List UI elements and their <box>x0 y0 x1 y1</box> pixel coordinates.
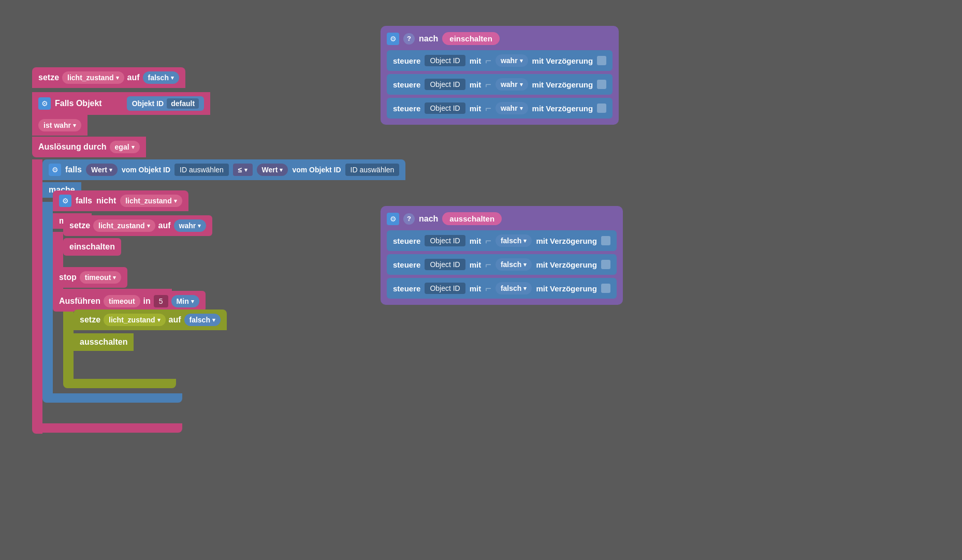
default-value: default <box>167 98 199 109</box>
timeout-dropdown-stop[interactable]: timeout ▾ <box>80 271 122 284</box>
panel-ein-row-3: steuere Object ID mit ⌐ wahr ▾ mit Verzö… <box>387 98 613 119</box>
gear-icon-panel-ein: ⚙ <box>387 33 399 45</box>
checkbox-aus-3[interactable] <box>601 284 610 293</box>
licht-zustand-inner2-dropdown[interactable]: licht_zustand ▾ <box>93 219 155 232</box>
object-id-pill-1: Object ID <box>425 55 465 66</box>
panel-aus-row-3: steuere Object ID mit ⌐ falsch ▾ mit Ver… <box>387 278 617 299</box>
ist-wahr-block: ist wahr ▾ <box>32 115 88 136</box>
auslosung-block: Auslösung durch egal ▾ <box>32 137 146 157</box>
vom-objekt-id-label-1: vom Objekt ID <box>122 166 170 174</box>
question-icon-ein: ? <box>403 33 415 45</box>
wahr-dropdown-1[interactable]: wahr ▾ <box>495 54 528 67</box>
checkbox-aus-2[interactable] <box>601 260 610 269</box>
nicht-label: nicht <box>96 196 116 205</box>
falsch-dropdown[interactable]: falsch ▾ <box>143 71 179 84</box>
gear-icon-falls-objekt: ⚙ <box>38 97 51 110</box>
auf-inner-label: auf <box>158 221 171 230</box>
panel-aus-row-2: steuere Object ID mit ⌐ falsch ▾ mit Ver… <box>387 254 617 275</box>
question-icon-aus: ? <box>403 213 415 225</box>
falsch-dropdown-aus-1[interactable]: falsch ▾ <box>495 234 532 247</box>
checkbox-aus-1[interactable] <box>601 236 610 245</box>
inner-falls-label: falls <box>76 196 92 205</box>
steuere-label-1: steuere <box>393 56 420 65</box>
ausfuhren-block: Ausführen timeout in 5 Min ▾ <box>53 291 206 312</box>
ausschalten-block: ausschalten <box>74 333 134 351</box>
panel-einschalten: ⚙ ? nach einschalten steuere Object ID m… <box>381 26 619 125</box>
egal-dropdown[interactable]: egal ▾ <box>110 141 140 153</box>
stop-timeout-block: stop timeout ▾ <box>53 267 127 288</box>
panel-ausschalten-header: ⚙ ? nach ausschalten <box>387 212 617 225</box>
vom-objekt-id-label-2: vom Objekt ID <box>292 166 341 174</box>
ausschalten-value-pill: ausschalten <box>442 212 502 225</box>
einschalten-block: einschalten <box>63 238 121 256</box>
falsch-olive-dropdown[interactable]: falsch ▾ <box>184 314 221 326</box>
auf-label: auf <box>127 73 140 82</box>
setze-inner-block: setze licht_zustand ▾ auf wahr ▾ <box>63 215 212 236</box>
ausfuhren-label: Ausführen <box>59 297 100 306</box>
stop-label: stop <box>59 273 77 282</box>
in-label: in <box>143 297 151 306</box>
checkbox-3[interactable] <box>597 104 606 113</box>
number-5: 5 <box>154 295 168 307</box>
wahr-dropdown-2[interactable]: wahr ▾ <box>495 78 528 91</box>
min-dropdown[interactable]: Min ▾ <box>171 295 199 307</box>
timeout-dropdown-ausfuhren[interactable]: timeout <box>104 295 140 307</box>
wahr-dropdown-3[interactable]: wahr ▾ <box>495 102 528 114</box>
gear-icon-inner-falls: ⚙ <box>59 195 71 207</box>
mit-label-1: mit <box>470 56 482 65</box>
setze-label: setze <box>38 73 59 82</box>
id-auswahlen-pill-1[interactable]: ID auswählen <box>174 164 229 176</box>
mit-verzogerung-label-1: mit Verzögerung <box>532 56 593 65</box>
wahr-dropdown[interactable]: wahr ▾ <box>174 219 207 232</box>
ist-wahr-dropdown[interactable]: ist wahr ▾ <box>38 119 81 131</box>
inner-falls-header: ⚙ falls nicht licht_zustand ▾ <box>53 190 188 211</box>
licht-zustand-olive-dropdown[interactable]: licht_zustand ▾ <box>104 314 165 326</box>
panel-einschalten-header: ⚙ ? nach einschalten <box>387 32 613 45</box>
setze-block-top: setze licht_zustand ▾ auf falsch ▾ <box>32 67 185 88</box>
gear-icon-falls: ⚙ <box>49 164 61 176</box>
setze-inner-label: setze <box>69 221 90 230</box>
op-dropdown[interactable]: ≤ ▾ <box>233 164 253 176</box>
panel-aus-row-1: steuere Object ID mit ⌐ falsch ▾ mit Ver… <box>387 230 617 251</box>
falls-objekt-block: ⚙ Falls Objekt Objekt ID default <box>32 92 210 115</box>
wert-dropdown-1[interactable]: Wert ▾ <box>86 164 118 176</box>
einschalten-value-pill: einschalten <box>442 32 500 45</box>
einschalten-label: einschalten <box>69 242 115 252</box>
checkbox-1[interactable] <box>597 56 606 65</box>
auf-olive-label: auf <box>169 315 181 325</box>
objekt-id-pill: Objekt ID default <box>127 96 204 111</box>
auslosung-label: Auslösung durch <box>38 142 107 152</box>
bracket-open-1: ⌐ <box>485 55 491 67</box>
falsch-dropdown-aus-3[interactable]: falsch ▾ <box>495 282 532 294</box>
panel-ausschalten: ⚙ ? nach ausschalten steuere Object ID m… <box>381 206 623 305</box>
gear-icon-panel-aus: ⚙ <box>387 213 399 225</box>
falsch-dropdown-aus-2[interactable]: falsch ▾ <box>495 258 532 271</box>
licht-zustand-dropdown[interactable]: licht_zustand ▾ <box>62 71 124 84</box>
licht-zustand-inner-dropdown[interactable]: licht_zustand ▾ <box>120 195 182 207</box>
panel-ein-row-2: steuere Object ID mit ⌐ wahr ▾ mit Verzö… <box>387 74 613 95</box>
falls-objekt-label: Falls Objekt <box>55 99 102 108</box>
checkbox-2[interactable] <box>597 80 606 89</box>
nach-label-ein: nach <box>419 34 438 43</box>
id-auswahlen-pill-2[interactable]: ID auswählen <box>345 164 400 176</box>
wert-dropdown-2[interactable]: Wert ▾ <box>257 164 288 176</box>
setze-olive-block: setze licht_zustand ▾ auf falsch ▾ <box>74 310 227 330</box>
ausschalten-label: ausschalten <box>80 337 127 347</box>
nach-label-aus: nach <box>419 214 438 224</box>
setze-olive-label: setze <box>80 315 100 325</box>
falls-label: falls <box>65 165 82 174</box>
falls-block-header: ⚙ falls Wert ▾ vom Objekt ID ID auswähle… <box>42 159 405 180</box>
panel-ein-row-1: steuere Object ID mit ⌐ wahr ▾ mit Verzö… <box>387 50 613 71</box>
